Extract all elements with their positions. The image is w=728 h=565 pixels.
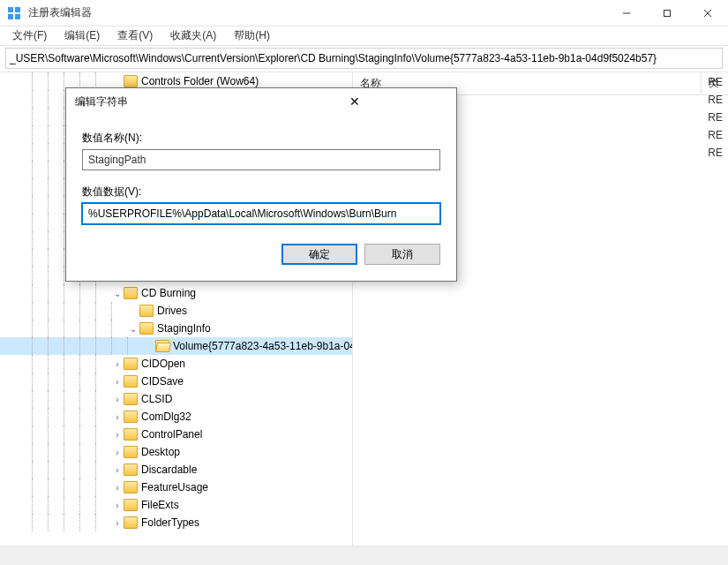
- tree-item[interactable]: Volume{5777a823-4a53-11eb-9b1a-04d9f5024…: [0, 337, 352, 355]
- tree-item-label: FolderTypes: [141, 516, 199, 529]
- cancel-button[interactable]: 取消: [364, 244, 440, 265]
- folder-icon: [124, 516, 138, 529]
- list-type-cell: RE: [708, 126, 723, 144]
- tree-item-label: Volume{5777a823-4a53-11eb-9b1a-04d9f5024…: [173, 340, 352, 352]
- folder-icon: [124, 75, 138, 87]
- folder-icon: [124, 287, 138, 299]
- tree-item[interactable]: ⌄CD Burning: [0, 284, 352, 302]
- chevron-right-icon[interactable]: ›: [111, 483, 124, 493]
- tree-item-label: CIDSave: [141, 375, 184, 388]
- folder-icon: [139, 305, 154, 317]
- folder-icon: [124, 375, 138, 388]
- address-text: _USER\Software\Microsoft\Windows\Current…: [10, 52, 657, 64]
- tree-item[interactable]: ⌄StagingInfo: [0, 320, 352, 337]
- statusbar: [0, 546, 728, 565]
- list-type-cell: RE: [708, 91, 723, 109]
- folder-icon: [124, 393, 138, 405]
- dialog-buttons: 确定 取消: [82, 244, 440, 265]
- list-type-cell: RE: [708, 73, 723, 91]
- chevron-right-icon[interactable]: ›: [111, 518, 124, 528]
- edit-string-dialog: 编辑字符串 ✕ 数值名称(N): 数值数据(V): 确定 取消: [65, 87, 457, 282]
- tree-item-label: Controls Folder (Wow64): [141, 75, 259, 87]
- list-type-column: RERERERERE: [708, 73, 723, 162]
- dialog-titlebar[interactable]: 编辑字符串 ✕: [66, 88, 456, 115]
- chevron-right-icon[interactable]: ›: [111, 377, 124, 387]
- folder-icon: [124, 358, 138, 370]
- folder-icon: [124, 499, 138, 511]
- tree-item[interactable]: ›CIDOpen: [0, 355, 352, 373]
- tree-item[interactable]: ›ControlPanel: [0, 426, 352, 443]
- chevron-right-icon[interactable]: ›: [111, 395, 124, 404]
- chevron-down-icon[interactable]: ⌄: [127, 324, 139, 334]
- dialog-title-text: 编辑字符串: [75, 94, 261, 109]
- svg-rect-2: [8, 14, 13, 19]
- chevron-down-icon[interactable]: ⌄: [111, 289, 124, 298]
- tree-item[interactable]: ›ComDlg32: [0, 408, 352, 426]
- folder-icon: [124, 446, 138, 458]
- svg-rect-0: [8, 7, 13, 12]
- tree-item[interactable]: ›FileExts: [0, 496, 352, 514]
- value-data-input[interactable]: [82, 203, 440, 224]
- value-name-input[interactable]: [82, 149, 440, 170]
- tree-item[interactable]: ›Discardable: [0, 461, 352, 478]
- tree-item-label: FileExts: [141, 499, 179, 511]
- ok-button[interactable]: 确定: [281, 244, 357, 265]
- tree-item[interactable]: ›CLSID: [0, 390, 352, 408]
- menubar: 文件(F) 编辑(E) 查看(V) 收藏夹(A) 帮助(H): [0, 26, 728, 46]
- window-controls: [606, 0, 728, 26]
- tree-item[interactable]: ›FolderTypes: [0, 514, 352, 531]
- list-type-cell: RE: [708, 144, 723, 162]
- svg-rect-1: [15, 7, 20, 12]
- minimize-button[interactable]: [606, 0, 647, 26]
- window-title: 注册表编辑器: [28, 5, 606, 20]
- value-name-label: 数值名称(N):: [82, 131, 440, 146]
- tree-item-label: ControlPanel: [141, 428, 202, 441]
- svg-rect-5: [664, 10, 671, 16]
- tree-item-label: CD Burning: [141, 287, 196, 299]
- tree-item-label: Drives: [157, 305, 187, 317]
- folder-icon: [124, 428, 138, 441]
- svg-rect-3: [15, 14, 20, 19]
- tree-item-label: Desktop: [141, 446, 180, 458]
- close-button[interactable]: [687, 0, 728, 26]
- menu-help[interactable]: 帮助(H): [229, 26, 275, 45]
- tree-item-label: CIDOpen: [141, 358, 185, 370]
- chevron-right-icon[interactable]: ›: [111, 412, 124, 422]
- maximize-button[interactable]: [647, 0, 687, 26]
- value-data-label: 数值数据(V):: [82, 185, 440, 200]
- menu-favorites[interactable]: 收藏夹(A): [165, 26, 221, 45]
- tree-item[interactable]: Drives: [0, 302, 352, 320]
- chevron-right-icon[interactable]: ›: [111, 359, 124, 369]
- dialog-body: 数值名称(N): 数值数据(V): 确定 取消: [66, 115, 456, 281]
- menu-view[interactable]: 查看(V): [112, 26, 158, 45]
- app-icon: [7, 6, 21, 20]
- dialog-close-button[interactable]: ✕: [261, 94, 447, 109]
- folder-icon: [124, 411, 138, 423]
- menu-file[interactable]: 文件(F): [7, 26, 52, 45]
- tree-item-label: Discardable: [141, 463, 197, 476]
- folder-icon: [155, 340, 169, 352]
- tree-item-label: FeatureUsage: [141, 481, 208, 493]
- folder-icon: [124, 481, 138, 493]
- titlebar: 注册表编辑器: [0, 0, 728, 26]
- menu-edit[interactable]: 编辑(E): [59, 26, 105, 45]
- folder-icon: [124, 463, 138, 476]
- tree-item-label: CLSID: [141, 393, 172, 405]
- tree-item-label: StagingInfo: [157, 322, 211, 335]
- chevron-right-icon[interactable]: ›: [111, 448, 124, 457]
- tree-item[interactable]: ›CIDSave: [0, 373, 352, 390]
- tree-item[interactable]: ›FeatureUsage: [0, 478, 352, 496]
- tree-item[interactable]: ›Desktop: [0, 443, 352, 461]
- chevron-right-icon[interactable]: ›: [111, 465, 124, 475]
- chevron-right-icon[interactable]: ›: [111, 430, 124, 440]
- address-bar[interactable]: _USER\Software\Microsoft\Windows\Current…: [5, 48, 723, 69]
- chevron-right-icon[interactable]: ›: [111, 501, 124, 510]
- list-type-cell: RE: [708, 109, 723, 126]
- tree-item-label: ComDlg32: [141, 411, 191, 423]
- folder-icon: [139, 322, 154, 335]
